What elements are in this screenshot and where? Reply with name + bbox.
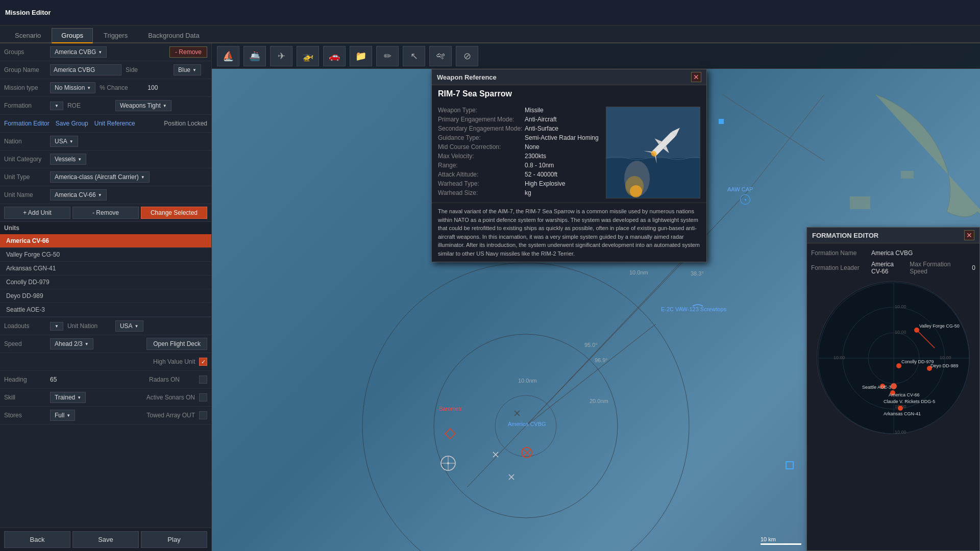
speed-row: Speed Ahead 2/3 ▼ Open Flight Deck (0, 335, 211, 353)
eraser-icon[interactable]: ⊘ (456, 46, 478, 66)
formation-name-row: Formation Name America CVBG (811, 247, 975, 259)
unit-name-dropdown[interactable]: America CV-66 ▼ (50, 189, 107, 201)
helicopter-icon[interactable]: 🚁 (297, 46, 319, 66)
svg-text:Seattle AOE-3: Seattle AOE-3 (862, 385, 891, 390)
side-label: Side (126, 66, 172, 73)
change-selected-button[interactable]: Change Selected (141, 207, 207, 219)
unit-item[interactable]: Deyo DD-989 (0, 289, 211, 303)
svg-text:10.0nm: 10.0nm (518, 378, 537, 384)
svg-text:10.00: 10.00 (895, 330, 906, 335)
formation-leader-value: America CV-66 (871, 261, 905, 275)
groups-dropdown[interactable]: America CVBG ▼ (50, 46, 107, 58)
formation-editor-titlebar: FORMATION EDITOR ✕ (807, 228, 979, 243)
unit-item[interactable]: Arkansas CGN-41 (0, 262, 211, 276)
open-flight-deck-button[interactable]: Open Flight Deck (146, 338, 207, 350)
svg-text:10.0nm: 10.0nm (629, 269, 648, 276)
svg-line-7 (722, 94, 824, 161)
submarine-icon[interactable]: 🚢 (243, 46, 266, 66)
high-value-checkbox[interactable]: ✓ (199, 358, 207, 366)
towed-array-checkbox[interactable] (199, 411, 207, 419)
unit-type-row: Unit Type America-class (Aircraft Carrie… (0, 168, 211, 186)
unit-category-dropdown[interactable]: Vessels ▼ (50, 154, 86, 165)
tab-groups[interactable]: Groups (52, 28, 93, 43)
formation-label: Formation (4, 102, 50, 109)
skill-dropdown[interactable]: Trained ▼ (50, 392, 86, 403)
save-group-link[interactable]: Save Group (56, 120, 88, 127)
add-unit-button[interactable]: + Add Unit (4, 207, 70, 219)
groups-label: Groups (4, 48, 50, 56)
chevron-down-icon: ▼ (163, 104, 167, 108)
position-locked-label: Position Locked (164, 120, 207, 127)
svg-rect-31 (850, 196, 870, 209)
weapon-dialog-close-button[interactable]: ✕ (691, 72, 701, 82)
weapon-content: Weapon Type: Missile Primary Engagement … (432, 103, 706, 203)
towed-array-label: Towed Array OUT (146, 412, 195, 419)
svg-point-38 (630, 185, 642, 197)
map-area[interactable]: ⛵ 🚢 ✈ 🚁 🚗 📁 ✏ ↖ 🛩 ⊘ (212, 43, 980, 551)
roe-label: ROE (67, 102, 113, 109)
remove-unit-button[interactable]: - Remove (72, 207, 139, 219)
unit-item[interactable]: Valley Forge CG-50 (0, 248, 211, 262)
group-name-input[interactable] (50, 64, 121, 76)
folder-icon[interactable]: 📁 (350, 46, 372, 66)
save-button[interactable]: Save (72, 531, 139, 548)
svg-text:20.0nm: 20.0nm (590, 398, 608, 404)
loadouts-dropdown[interactable]: ▼ (50, 322, 63, 331)
back-button[interactable]: Back (4, 531, 70, 548)
unit-item[interactable]: Seattle AOE-3 (0, 303, 211, 317)
unit-item[interactable]: Conolly DD-979 (0, 276, 211, 289)
unit-nation-dropdown[interactable]: USA ▼ (115, 320, 143, 332)
map-scale: 10 km (761, 536, 801, 545)
play-button[interactable]: Play (141, 531, 207, 548)
svg-line-4 (526, 247, 697, 426)
top-bar: Mission Editor (0, 0, 980, 26)
guidance-row: Guidance Type: Semi-Active Radar Homing (438, 134, 600, 141)
mission-type-label: Mission type (4, 84, 50, 91)
side-dropdown[interactable]: Blue ▼ (174, 64, 201, 76)
radars-checkbox[interactable] (199, 375, 207, 384)
secondary-eng-row: Secondary Engagement Mode: Anti-Surface (438, 125, 600, 132)
chevron-down-icon: ▼ (87, 86, 91, 90)
formation-dropdown[interactable]: ▼ (50, 102, 63, 110)
svg-point-64 (898, 406, 903, 411)
max-speed-value: 0 (972, 264, 975, 271)
mission-type-dropdown[interactable]: No Mission ▼ (50, 82, 95, 93)
nation-dropdown[interactable]: USA ▼ (50, 136, 78, 147)
remove-group-button[interactable]: - Remove (169, 46, 207, 58)
loadouts-row: Loadouts ▼ Unit Nation USA ▼ (0, 317, 211, 335)
groups-row: Groups America CVBG ▼ - Remove (0, 43, 211, 61)
svg-rect-9 (719, 119, 724, 124)
formation-editor-close-button[interactable]: ✕ (964, 230, 974, 240)
svg-rect-33 (901, 171, 914, 179)
ship-icon[interactable]: ⛵ (217, 46, 239, 66)
chevron-down-icon: ▼ (77, 395, 81, 400)
radar-display: 10.00 10.00 10.00 10.00 10.00 10.00 (817, 281, 970, 434)
unit-item[interactable]: America CV-66 (0, 234, 211, 248)
formation-leader-label: Formation Leader (811, 264, 867, 271)
active-sonars-checkbox[interactable] (199, 393, 207, 402)
stores-dropdown[interactable]: Full ▼ (50, 410, 75, 421)
roe-dropdown[interactable]: Weapons Tight ▼ (115, 100, 172, 111)
scale-bar (761, 543, 801, 545)
unit-reference-link[interactable]: Unit Reference (94, 120, 135, 127)
tab-background-data[interactable]: Background Data (138, 28, 209, 42)
unit-type-dropdown[interactable]: America-class (Aircraft Carrier) ▼ (50, 171, 150, 183)
tab-bar: Scenario Groups Triggers Background Data (0, 26, 980, 43)
stores-row: Stores Full ▼ Towed Array OUT (0, 407, 211, 424)
formation-editor-link[interactable]: Formation Editor (4, 120, 50, 127)
aircraft2-icon[interactable]: 🛩 (429, 46, 452, 66)
pointer-icon[interactable]: ↖ (403, 46, 425, 66)
svg-rect-35 (606, 158, 700, 198)
svg-point-60 (896, 363, 901, 368)
pencil-icon[interactable]: ✏ (376, 46, 399, 66)
tab-scenario[interactable]: Scenario (5, 28, 51, 42)
main-content: Groups America CVBG ▼ - Remove Group Nam… (0, 43, 980, 551)
stores-label: Stores (4, 412, 50, 419)
skill-row: Skill Trained ▼ Active Sonars ON (0, 389, 211, 407)
aircraft-icon[interactable]: ✈ (270, 46, 292, 66)
vehicle-icon[interactable]: 🚗 (323, 46, 346, 66)
left-panel: Groups America CVBG ▼ - Remove Group Nam… (0, 43, 212, 551)
bottom-buttons: Back Save Play (0, 528, 211, 551)
speed-dropdown[interactable]: Ahead 2/3 ▼ (50, 338, 93, 349)
tab-triggers[interactable]: Triggers (94, 28, 137, 42)
